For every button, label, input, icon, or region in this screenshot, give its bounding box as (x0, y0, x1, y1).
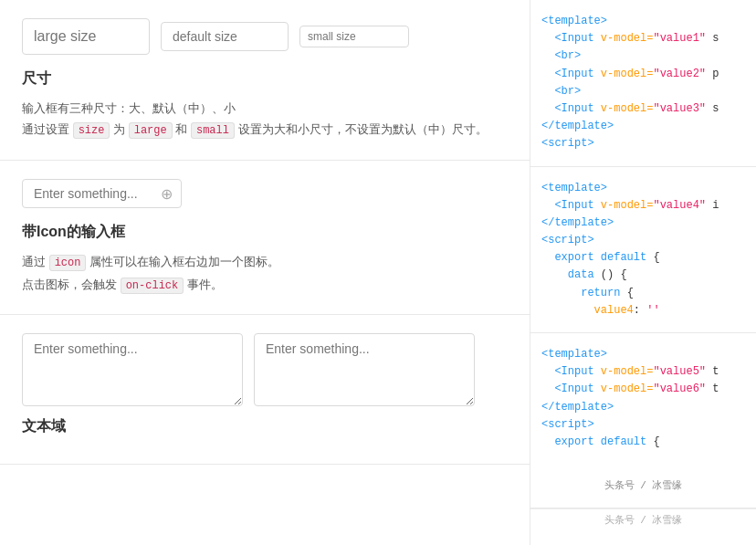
code-section-1: <template> <Input v-model="value1" s <br… (530, 0, 756, 167)
size-section: 尺寸 输入框有三种尺寸：大、默认（中）、小 通过设置 size 为 large … (0, 0, 530, 161)
size-desc1: 输入框有三种尺寸：大、默认（中）、小 (22, 98, 508, 119)
code-line: export default { (541, 434, 745, 451)
code-line: <script> (541, 416, 745, 434)
code-line: <br> (541, 47, 745, 65)
code-line: <Input v-model="value2" p (541, 66, 745, 83)
code-line: </template> (541, 118, 745, 135)
code-line: <Input v-model="value6" t (541, 381, 745, 398)
size-code-size: size (73, 122, 110, 139)
left-panel: 尺寸 输入框有三种尺寸：大、默认（中）、小 通过设置 size 为 large … (0, 0, 530, 545)
code-section-3: <template> <Input v-model="value5" t <In… (530, 333, 756, 508)
icon-input-wrapper: ⊕ (22, 179, 182, 208)
icon-code-onclick: on-click (121, 278, 184, 294)
icon-desc1: 通过 icon 属性可以在输入框右边加一个图标。 (22, 251, 508, 274)
code-line: <Input v-model="value4" i (541, 197, 745, 215)
size-code-small: small (191, 122, 235, 139)
code-line: value4: '' (541, 302, 745, 320)
icon-code-icon: icon (49, 255, 87, 271)
code-line: export default { (541, 249, 745, 267)
icon-desc2-prefix: 点击图标，会触发 (22, 278, 117, 291)
size-desc2-prefix: 通过设置 (22, 122, 69, 136)
right-panel: <template> <Input v-model="value1" s <br… (530, 0, 756, 545)
code-line: <Input v-model="value1" s (541, 30, 745, 47)
size-title: 尺寸 (22, 69, 508, 89)
code-line: <br> (541, 83, 745, 100)
icon-desc1-prefix: 通过 (22, 255, 46, 268)
icon-desc1-suffix: 属性可以在输入框右边加一个图标。 (89, 255, 279, 268)
size-code-large: large (129, 122, 173, 139)
icon-desc2: 点击图标，会触发 on-click 事件。 (22, 274, 508, 297)
textarea-row (22, 333, 508, 406)
textarea-2[interactable] (254, 333, 475, 406)
code-line: 头条号 / 冰雪缘 (541, 478, 745, 495)
icon-input[interactable] (22, 179, 182, 208)
size-desc2: 通过设置 size 为 large 和 small 设置为大和小尺寸，不设置为默… (22, 119, 508, 141)
code-line: </template> (541, 215, 745, 232)
small-size-input[interactable] (299, 26, 409, 47)
watermark-text: 头条号 / 冰雪缘 (530, 508, 756, 533)
right-panel-inner: <template> <Input v-model="value1" s <br… (530, 0, 756, 532)
default-size-input[interactable] (161, 22, 289, 51)
code-line: </template> (541, 399, 745, 416)
code-line: <template> (541, 346, 745, 363)
code-line: <template> (541, 13, 745, 30)
circle-plus-icon[interactable]: ⊕ (161, 184, 173, 202)
textarea-title: 文本域 (22, 417, 508, 436)
code-line: data () { (541, 267, 745, 284)
code-line: <template> (541, 180, 745, 197)
code-section-2: <template> <Input v-model="value4" i </t… (530, 167, 756, 334)
textarea-section: 文本域 (0, 315, 530, 465)
code-line: <Input v-model="value5" t (541, 363, 745, 381)
icon-title: 带Icon的输入框 (22, 223, 508, 242)
textarea-1[interactable] (22, 333, 243, 406)
size-desc2-suffix: 设置为大和小尺寸，不设置为默认（中）尺寸。 (238, 122, 488, 136)
code-line: return { (541, 285, 745, 302)
code-line: <script> (541, 135, 745, 152)
icon-desc2-suffix: 事件。 (187, 278, 223, 291)
large-size-input[interactable] (22, 18, 150, 55)
code-line: <Input v-model="value3" s (541, 100, 745, 118)
input-size-row (22, 18, 508, 55)
code-line: <script> (541, 232, 745, 249)
icon-section: ⊕ 带Icon的输入框 通过 icon 属性可以在输入框右边加一个图标。 点击图… (0, 161, 530, 315)
